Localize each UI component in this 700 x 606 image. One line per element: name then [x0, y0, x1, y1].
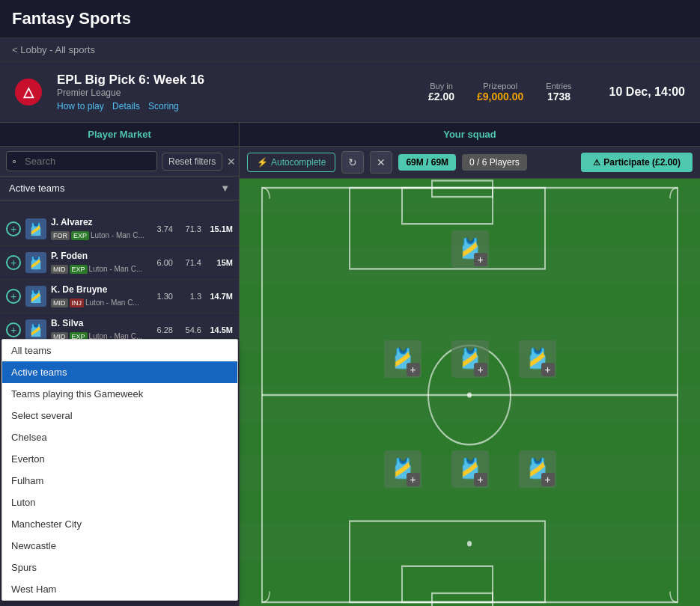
dropdown-item-2[interactable]: Teams playing this Gameweek: [2, 383, 237, 405]
slot-jersey-m2: 🎽 +: [451, 340, 489, 378]
buy-in-value: £2.00: [428, 91, 454, 102]
player-price: 15M: [206, 258, 233, 267]
dropdown-item-7[interactable]: Luton: [2, 492, 237, 513]
left-panel: Player Market ⚬ Reset filters ✕ Active t…: [0, 123, 240, 606]
slot-jersey-gk: 🎽 +: [451, 230, 489, 268]
buy-in-label: Buy in: [428, 82, 454, 91]
player-price: 14.5M: [206, 325, 233, 334]
add-slot-gk[interactable]: +: [474, 253, 487, 266]
search-bar: ⚬ Reset filters ✕: [0, 147, 239, 177]
player-meta: MIDINJLuton - Man C...: [51, 295, 144, 308]
players-badge: 0 / 6 Players: [462, 154, 527, 171]
undo-button[interactable]: ↻: [341, 151, 364, 174]
player-stat1: 3.74: [149, 224, 173, 233]
add-slot-m2[interactable]: +: [474, 363, 487, 376]
reset-filters-button[interactable]: Reset filters: [162, 153, 222, 171]
player-slot-m6: 🎽 +: [519, 450, 556, 488]
clear-button[interactable]: ✕: [370, 151, 392, 174]
player-matchup: Luton - Man C...: [91, 231, 144, 239]
squad-toolbar: ⚡ Autocomplete ↻ ✕ 69M / 69M 0 / 6 Playe…: [240, 147, 700, 179]
dropdown-item-1[interactable]: Active teams: [2, 361, 237, 383]
buy-in-stat: Buy in £2.00: [428, 82, 454, 102]
dropdown-item-3[interactable]: Select several: [2, 405, 237, 426]
dropdown-item-11[interactable]: West Ham: [2, 578, 237, 600]
player-slot-m3: 🎽 +: [519, 340, 556, 378]
player-jersey: 🎽: [25, 286, 46, 307]
position-badge: MID: [51, 265, 68, 274]
player-price: 14.7M: [206, 292, 233, 301]
active-teams-filter[interactable]: Active teams ▼: [0, 177, 239, 201]
dropdown-item-6[interactable]: Fulham: [2, 470, 237, 492]
player-name: B. Silva: [51, 318, 144, 328]
search-input[interactable]: [6, 151, 157, 171]
dropdown-item-10[interactable]: Spurs: [2, 557, 237, 578]
player-meta: FOREXPLuton - Man C...: [51, 227, 144, 241]
slot-row-mid2: 🎽 + 🎽 + 🎽: [384, 450, 556, 488]
player-details: P. FodenMIDEXPLuton - Man C...: [51, 251, 144, 275]
autocomplete-button[interactable]: ⚡ Autocomplete: [247, 153, 335, 172]
search-icon: ⚬: [10, 156, 18, 167]
player-row: +🎽K. De BruyneMIDINJLuton - Man C...1.30…: [0, 280, 239, 313]
details-link[interactable]: Details: [112, 101, 140, 111]
player-row: +🎽J. AlvarezFOREXPLuton - Man C...3.7471…: [0, 212, 239, 246]
dropdown-item-0[interactable]: All teams: [2, 340, 237, 361]
add-slot-m6[interactable]: +: [541, 473, 555, 486]
player-meta: MIDEXPLuton - Man C...: [51, 261, 144, 275]
contest-stats: Buy in £2.00 Prizepool £9,000.00 Entries…: [428, 82, 572, 102]
player-row: +🎽P. FodenMIDEXPLuton - Man C...6.0071.4…: [0, 246, 239, 280]
dropdown-list[interactable]: All teamsActive teamsTeams playing this …: [1, 339, 238, 601]
how-to-play-link[interactable]: How to play: [57, 101, 104, 111]
add-slot-m1[interactable]: +: [407, 363, 420, 376]
chevron-down-icon: ▼: [220, 183, 230, 194]
contest-info: EPL Big Pick 6: Week 16 Premier League H…: [57, 73, 413, 111]
add-slot-m4[interactable]: +: [407, 473, 420, 486]
position-badge: FOR: [51, 231, 70, 240]
app-header: Fantasy Sports: [0, 0, 700, 38]
dropdown-item-5[interactable]: Everton: [2, 448, 237, 470]
filter-label: Active teams: [9, 183, 64, 194]
player-stat2: 54.6: [177, 325, 201, 334]
player-name: J. Alvarez: [51, 217, 144, 227]
search-input-wrap: ⚬: [6, 151, 157, 171]
player-jersey: 🎽: [25, 252, 46, 273]
player-jersey: 🎽: [25, 218, 46, 239]
player-stat1: 6.28: [149, 325, 173, 334]
contest-date: 10 Dec, 14:00: [609, 85, 685, 99]
add-player-button[interactable]: +: [6, 255, 21, 270]
player-details: K. De BruyneMIDINJLuton - Man C...: [51, 284, 144, 308]
warning-icon: ⚠: [593, 158, 600, 168]
prizepool-label: Prizepool: [477, 82, 523, 91]
slot-row-mid1: 🎽 + 🎽 + 🎽: [384, 340, 556, 378]
pitch-container: 🎽 + 🎽 +: [240, 179, 700, 606]
participate-button[interactable]: ⚠ Participate (£2.00): [581, 153, 693, 172]
player-details: J. AlvarezFOREXPLuton - Man C...: [51, 217, 144, 241]
dropdown-item-8[interactable]: Manchester City: [2, 513, 237, 535]
player-name: K. De Bruyne: [51, 284, 144, 295]
player-stat1: 1.30: [149, 292, 173, 301]
slot-jersey-m3: 🎽 +: [519, 340, 556, 378]
lightning-icon: ⚡: [257, 157, 268, 168]
add-slot-m3[interactable]: +: [541, 363, 555, 376]
close-search-button[interactable]: ✕: [227, 156, 236, 168]
player-slot-m2: 🎽 +: [451, 340, 489, 378]
add-player-button[interactable]: +: [6, 322, 21, 337]
player-stat2: 1.3: [177, 292, 201, 301]
add-player-button[interactable]: +: [6, 221, 21, 236]
add-slot-m5[interactable]: +: [474, 473, 487, 486]
dropdown-item-9[interactable]: Newcastle: [2, 535, 237, 557]
contest-league: Premier League: [57, 88, 413, 98]
main-layout: Player Market ⚬ Reset filters ✕ Active t…: [0, 123, 700, 606]
player-slot-m4: 🎽 +: [384, 450, 421, 488]
player-stat2: 71.3: [177, 224, 201, 233]
scoring-link[interactable]: Scoring: [148, 101, 179, 111]
slot-jersey-m4: 🎽 +: [384, 450, 421, 488]
player-jersey: 🎽: [25, 319, 46, 340]
pitch: 🎽 + 🎽 +: [240, 179, 700, 606]
app-title: Fantasy Sports: [12, 9, 131, 28]
player-slot-m5: 🎽 +: [451, 450, 489, 488]
dropdown-item-4[interactable]: Chelsea: [2, 426, 237, 448]
breadcrumb[interactable]: < Lobby - All sports: [0, 38, 700, 62]
add-player-button[interactable]: +: [6, 289, 21, 304]
contest-name: EPL Big Pick 6: Week 16: [57, 73, 413, 88]
inj-badge: INJ: [70, 299, 85, 307]
